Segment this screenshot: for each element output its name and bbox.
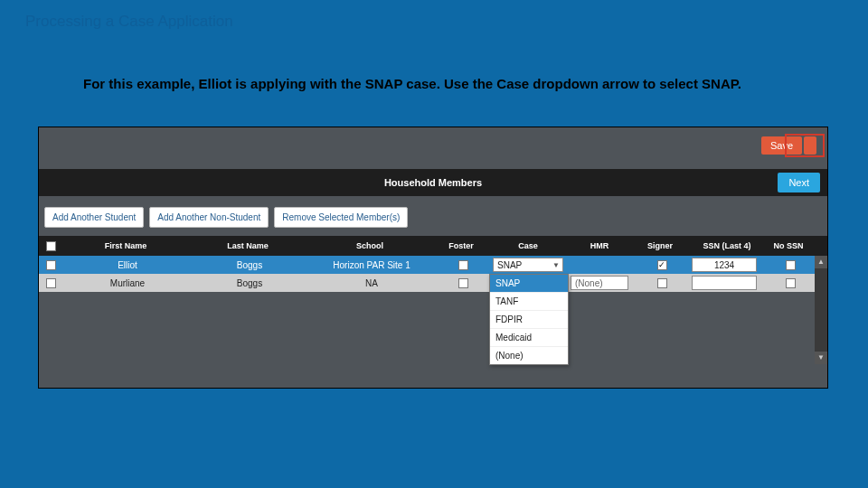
hmr-dropdown[interactable]: (None) <box>571 276 628 290</box>
cell-last: Boggs <box>189 260 307 270</box>
next-button[interactable]: Next <box>778 173 820 192</box>
cell-last: Boggs <box>189 278 307 288</box>
nossn-checkbox[interactable] <box>786 260 796 270</box>
save-button[interactable]: Save <box>761 136 802 155</box>
cell-first: Elliot <box>62 260 189 270</box>
case-dropdown-list[interactable]: SNAP TANF FDPIR Medicaid (None) <box>489 274 569 365</box>
row-checkbox[interactable] <box>46 278 56 288</box>
nossn-checkbox[interactable] <box>786 278 796 288</box>
col-nossn: No SSN <box>766 241 811 250</box>
section-header: Household Members Next <box>39 169 827 196</box>
remove-selected-button[interactable]: Remove Selected Member(s) <box>274 207 408 228</box>
slide-title: Processing a Case Application <box>0 0 868 31</box>
ssn-input[interactable] <box>692 276 757 290</box>
row-checkbox[interactable] <box>46 260 56 270</box>
grid-header: First Name Last Name School Foster Case … <box>39 236 827 256</box>
col-first: First Name <box>62 241 189 250</box>
col-case: Case <box>489 241 567 250</box>
select-all-checkbox[interactable] <box>46 241 56 251</box>
foster-checkbox[interactable] <box>458 260 468 270</box>
case-option[interactable]: FDPIR <box>490 311 568 329</box>
scrollbar[interactable]: ▲ ▼ <box>815 256 827 364</box>
table-row[interactable]: Elliot Boggs Horizon PAR Site 1 SNAP ▼ 1… <box>39 256 815 274</box>
col-hmr: HMR <box>567 241 632 250</box>
case-option[interactable]: (None) <box>490 347 568 364</box>
signer-checkbox[interactable] <box>657 278 667 288</box>
case-option[interactable]: SNAP <box>490 275 568 293</box>
app-frame: Save Household Members Next Add Another … <box>38 127 828 389</box>
cell-school: Horizon PAR Site 1 <box>307 260 433 270</box>
col-last: Last Name <box>189 241 307 250</box>
chevron-down-icon: ▼ <box>552 261 562 269</box>
scroll-up-icon[interactable]: ▲ <box>815 256 827 268</box>
col-signer: Signer <box>632 241 688 250</box>
signer-checkbox[interactable] <box>657 260 667 270</box>
cell-school: NA <box>307 278 433 288</box>
table-row[interactable]: Murliane Boggs NA (None) <box>39 274 815 292</box>
case-option[interactable]: Medicaid <box>490 329 568 347</box>
col-foster: Foster <box>433 241 489 250</box>
add-student-button[interactable]: Add Another Student <box>44 207 144 228</box>
col-school: School <box>307 241 433 250</box>
case-selected-value: SNAP <box>497 260 522 270</box>
save-dropdown-toggle[interactable] <box>804 136 816 155</box>
section-title: Household Members <box>384 177 482 188</box>
case-dropdown[interactable]: SNAP ▼ <box>493 258 563 272</box>
ssn-input[interactable]: 1234 <box>692 258 757 272</box>
add-non-student-button[interactable]: Add Another Non-Student <box>149 207 269 228</box>
case-option[interactable]: TANF <box>490 293 568 311</box>
scroll-down-icon[interactable]: ▼ <box>815 352 827 364</box>
cell-first: Murliane <box>62 278 189 288</box>
slide-instruction: For this example, Elliot is applying wit… <box>0 31 868 99</box>
col-ssn: SSN (Last 4) <box>688 241 766 250</box>
foster-checkbox[interactable] <box>458 278 468 288</box>
